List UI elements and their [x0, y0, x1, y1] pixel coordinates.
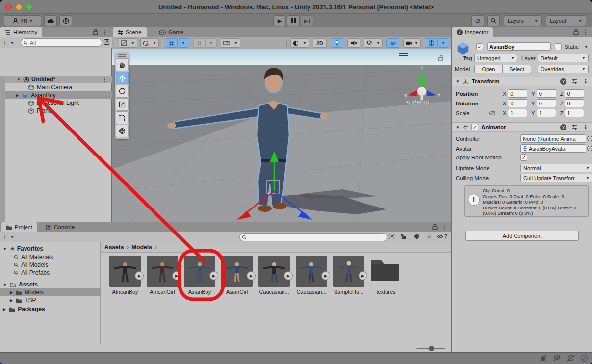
undo-history-button[interactable]: ↺ [471, 15, 484, 26]
progress-complete-icon[interactable] [579, 354, 589, 363]
scale-z-input[interactable]: 1 [565, 109, 584, 117]
hierarchy-item-plane[interactable]: Plane [0, 107, 112, 115]
snap-toggle[interactable] [193, 38, 205, 48]
transform-tool[interactable] [116, 125, 129, 137]
preview-play-icon[interactable]: ▶ [172, 271, 181, 280]
hierarchy-item-asianboy[interactable]: ▶ AsianBoy [0, 91, 112, 99]
preview-play-icon[interactable]: ▶ [247, 271, 256, 280]
lock-icon[interactable] [432, 224, 438, 230]
project-search-input[interactable] [239, 233, 387, 241]
model-open-button[interactable]: Open [474, 65, 503, 73]
draw-mode-dropdown[interactable]: ▼ [119, 38, 137, 48]
add-component-button[interactable]: Add Component [465, 231, 579, 241]
scene-menu-kebab[interactable]: ⋮ [102, 76, 108, 83]
layers-dropdown[interactable]: Layers ▼ [504, 15, 542, 26]
search-by-type-icon[interactable] [400, 234, 407, 240]
layer-dropdown[interactable]: Default▼ [538, 54, 589, 62]
effects-dropdown[interactable]: ▼ [364, 38, 383, 48]
position-z-input[interactable]: 0 [565, 89, 584, 98]
search-by-label-icon[interactable] [413, 234, 420, 240]
hierarchy-scene-row[interactable]: ▼ Untitled* ⋮ [0, 76, 112, 83]
lock-icon[interactable] [93, 29, 98, 35]
foldout-closed-icon[interactable]: ▶ [16, 93, 19, 98]
help-icon[interactable]: ? [560, 78, 566, 85]
project-menu-kebab[interactable]: ⋮ [441, 224, 447, 231]
scale-x-input[interactable]: 1 [508, 109, 527, 117]
favorite-all-models[interactable]: All Models [0, 261, 101, 269]
add-asset-button[interactable]: + [3, 233, 7, 241]
scene-visibility-toggle[interactable] [386, 38, 399, 48]
component-menu-kebab[interactable]: ⋮ [583, 124, 589, 130]
component-menu-kebab[interactable]: ⋮ [583, 78, 589, 85]
preview-play-icon[interactable]: ▶ [135, 271, 144, 280]
popout-icon[interactable] [103, 39, 110, 45]
overlay-drag-handle[interactable] [118, 54, 126, 55]
snap-options-dropdown[interactable]: ▼ [205, 38, 217, 48]
hidden-count-toggle[interactable]: 7 [437, 234, 447, 239]
cache-server-disabled-icon[interactable] [552, 354, 562, 363]
position-y-input[interactable]: 0 [537, 89, 556, 98]
chevron-down-icon[interactable]: ▼ [10, 235, 14, 239]
auto-refresh-disabled-icon[interactable] [566, 354, 575, 363]
scale-y-input[interactable]: 1 [537, 109, 556, 117]
preview-play-icon[interactable]: ▶ [359, 271, 367, 280]
popout-icon[interactable] [388, 234, 395, 240]
transform-header[interactable]: ▼ Transform ? ⋮ [452, 77, 592, 86]
chevron-down-icon[interactable]: ▼ [10, 41, 14, 45]
slider-knob[interactable] [429, 346, 434, 351]
plastic-scm-button[interactable] [59, 15, 72, 26]
favorites-row[interactable]: ▼ ★ Favorites [0, 245, 101, 253]
asset-thumb-asiangirl[interactable]: ▶ [221, 256, 253, 287]
help-icon[interactable]: ? [560, 124, 566, 130]
rect-tool[interactable] [116, 111, 129, 124]
gizmos-options-dropdown[interactable]: ▼ [438, 38, 449, 48]
active-checkbox[interactable]: ✓ [476, 43, 483, 50]
pause-button[interactable] [287, 15, 300, 26]
breadcrumb-models[interactable]: Models [131, 244, 152, 251]
tree-tsp-row[interactable]: ▶ TSP [0, 296, 101, 304]
favorite-all-prefabs[interactable]: All Prefabs [0, 269, 101, 277]
breadcrumb-assets[interactable]: Assets [104, 244, 124, 251]
tree-assets-row[interactable]: ▼ Assets [0, 281, 101, 288]
preview-play-icon[interactable]: ▶ [209, 271, 218, 280]
hand-tool[interactable] [116, 58, 129, 71]
overrides-dropdown[interactable]: Overrides▼ [538, 65, 589, 73]
favorites-star-icon[interactable]: ★ [426, 233, 432, 240]
component-enabled-checkbox[interactable]: ✓ [471, 124, 478, 130]
rotation-x-input[interactable]: 0 [508, 99, 527, 107]
lock-icon[interactable] [573, 29, 579, 35]
tab-console[interactable]: Console [41, 222, 79, 232]
asset-thumb-africanboy[interactable]: ▶ [109, 256, 141, 287]
tree-models-row[interactable]: ▶ Models [0, 288, 101, 296]
tab-project[interactable]: Project [1, 222, 37, 232]
asset-thumb-textures-folder[interactable] [370, 257, 402, 286]
favorite-all-materials[interactable]: All Materials [0, 253, 101, 261]
culling-mode-dropdown[interactable]: Cull Update Transforr▼ [520, 174, 592, 182]
2d-toggle[interactable]: 2D [313, 38, 327, 48]
grid-visibility-toggle[interactable] [166, 38, 178, 48]
orientation-gizmo[interactable]: y x z ⋖ Persp [403, 63, 440, 110]
asset-thumb-caucasiangirl[interactable]: ▶ [296, 256, 327, 287]
scene-camera-dropdown[interactable]: ▼ [403, 38, 421, 48]
object-picker-icon[interactable]: ◎ [587, 146, 592, 151]
foldout-closed-icon[interactable]: ▶ [10, 290, 13, 295]
scene-lighting-toggle[interactable] [331, 38, 343, 48]
global-search-button[interactable] [487, 15, 500, 26]
cloud-services-button[interactable] [44, 15, 57, 26]
rotation-y-input[interactable]: 0 [537, 99, 556, 107]
scale-tool[interactable] [116, 98, 129, 111]
foldout-open-icon[interactable]: ▼ [3, 247, 7, 251]
presets-icon[interactable] [571, 78, 578, 84]
foldout-closed-icon[interactable]: ▶ [3, 307, 6, 312]
projection-mode-label[interactable]: ⋖ Persp [405, 98, 429, 105]
asset-thumb-asianboy[interactable]: ▶ [184, 256, 215, 287]
gizmos-toggle[interactable] [425, 38, 438, 48]
rotate-tool[interactable] [116, 85, 129, 98]
hierarchy-search-input[interactable]: All [21, 38, 102, 47]
render-doodad-dropdown[interactable]: ▼ [290, 38, 309, 48]
tab-hierarchy[interactable]: Hierarchy [0, 27, 42, 37]
hierarchy-item-main-camera[interactable]: Main Camera [0, 83, 112, 91]
gameobject-name-field[interactable]: AsianBoy [487, 42, 551, 51]
debugger-disabled-icon[interactable] [538, 354, 548, 363]
hierarchy-item-directional-light[interactable]: Directional Light [0, 99, 112, 107]
